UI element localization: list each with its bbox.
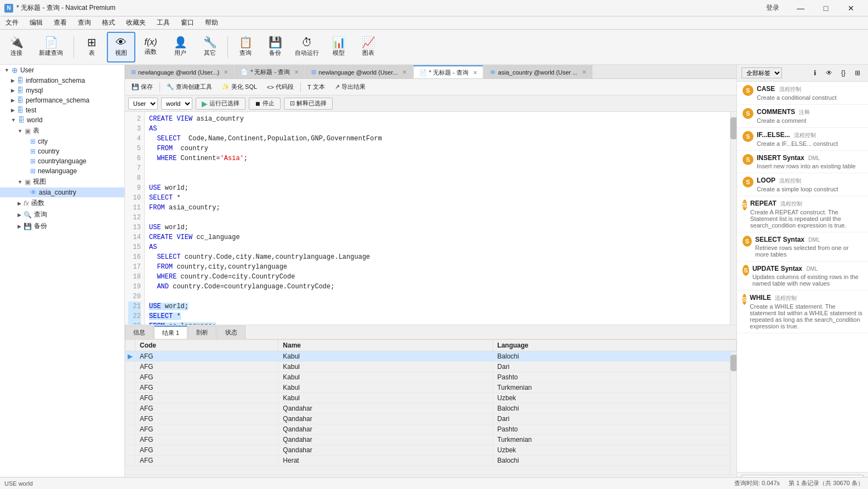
results-tab-result1[interactable]: 结果 1: [154, 326, 187, 339]
table-row[interactable]: AFG Herat Balochi: [125, 456, 736, 466]
schema-select[interactable]: world: [161, 98, 192, 110]
toolbar-user[interactable]: 👤 用户: [166, 32, 195, 62]
close-button[interactable]: ✕: [838, 0, 864, 16]
rp-braces-icon[interactable]: {}: [837, 67, 849, 79]
toolbar-connect[interactable]: 🔌 连接: [2, 32, 31, 62]
toolbar-view[interactable]: 👁 视图: [107, 32, 135, 62]
sidebar-item-countrylanguage[interactable]: ▶ ⊞ countrylanguage: [0, 156, 124, 166]
sidebar-item-performance-schema[interactable]: ▶ 🗄 performance_schema: [0, 95, 124, 105]
tab-newlanguage-2[interactable]: ⊞ newlanguage @world (User... ✕: [305, 65, 412, 78]
sidebar-item-tables-group[interactable]: ▼ ▣ 表: [0, 125, 124, 137]
tab-untitled-active[interactable]: 📄 * 无标题 - 查询 ✕: [413, 65, 483, 78]
table-scrollbar-thumb[interactable]: [730, 355, 736, 371]
text-button[interactable]: T 文本: [303, 81, 329, 94]
toolbar-new-query[interactable]: 📄 新建查询: [32, 32, 70, 62]
query-create-tool-button[interactable]: 🔧 查询创建工具: [162, 81, 216, 94]
tab-close[interactable]: ✕: [224, 69, 228, 75]
stop-button[interactable]: ⏹ 停止: [249, 98, 281, 110]
code-segment-button[interactable]: <> 代码段: [262, 81, 298, 94]
tab-untitled-1[interactable]: 📄 * 无标题 - 查询 ✕: [235, 65, 305, 78]
sidebar-item-country[interactable]: ▶ ⊞ country: [0, 146, 124, 156]
toolbar-backup[interactable]: 💾 备份: [261, 32, 289, 62]
col-language[interactable]: Language: [493, 340, 736, 351]
snippet-ifelse[interactable]: S IF...ELSE... 流程控制 Create a IF...ELSE..…: [737, 128, 868, 151]
table-row[interactable]: ▶ AFG Kabul Balochi: [125, 351, 736, 362]
tab-close[interactable]: ✕: [582, 69, 586, 75]
tab-close[interactable]: ✕: [402, 69, 407, 75]
sidebar-item-asia-country[interactable]: ▶ 👁 asia_country: [0, 187, 124, 197]
run-selected-button[interactable]: ▶ 运行已选择: [196, 98, 245, 110]
toolbar-model[interactable]: 📊 模型: [324, 32, 353, 62]
snippet-comments[interactable]: S COMMENTS 注释 Create a comment: [737, 105, 868, 128]
menu-view[interactable]: 查看: [48, 16, 72, 29]
menu-help[interactable]: 帮助: [199, 16, 224, 29]
scrollbar-thumb[interactable]: [730, 117, 736, 139]
tab-newlanguage-1[interactable]: ⊞ newlanguage @world (User...) ✕: [125, 65, 234, 78]
menu-tools[interactable]: 工具: [151, 16, 175, 29]
menu-edit[interactable]: 编辑: [24, 16, 48, 29]
menu-window[interactable]: 窗口: [175, 16, 199, 29]
snippet-update[interactable]: S UPDATE Syntax DML Updates columns of e…: [737, 261, 868, 291]
sidebar-item-city[interactable]: ▶ ⊞ city: [0, 137, 124, 146]
results-tab-status[interactable]: 状态: [217, 326, 245, 339]
snippet-insert[interactable]: S INSERT Syntax DML Insert new rows into…: [737, 151, 868, 173]
toolbar-autorun[interactable]: ⏱ 自动运行: [290, 32, 323, 62]
sidebar-item-user[interactable]: ▼ ⊕ User: [0, 65, 124, 76]
maximize-button[interactable]: □: [813, 0, 838, 16]
sidebar-item-test[interactable]: ▶ 🗄 test: [0, 105, 124, 115]
sidebar-item-world[interactable]: ▼ 🗄 world: [0, 115, 124, 125]
export-button[interactable]: ↗ 导出结果: [330, 81, 370, 94]
tab-close[interactable]: ✕: [473, 70, 477, 76]
toolbar-chart[interactable]: 📈 图表: [354, 32, 382, 62]
table-row[interactable]: AFG Kabul Dari: [125, 362, 736, 372]
table-row[interactable]: AFG Qandahar Dari: [125, 414, 736, 424]
sidebar-item-views-group[interactable]: ▼ ▣ 视图: [0, 176, 124, 187]
sidebar-item-mysql[interactable]: ▶ 🗄 mysql: [0, 86, 124, 95]
tab-close[interactable]: ✕: [294, 69, 299, 75]
table-row[interactable]: AFG Qandahar Turkmenian: [125, 435, 736, 445]
snippet-filter-select[interactable]: 全部标签: [741, 67, 782, 78]
login-button[interactable]: 登录: [762, 3, 784, 13]
rp-grid-icon[interactable]: ⊞: [852, 67, 864, 79]
menu-favorites[interactable]: 收藏夹: [121, 16, 151, 29]
window-controls[interactable]: — □ ✕: [788, 0, 864, 16]
explain-button[interactable]: ⊡ 解释已选择: [284, 98, 333, 110]
menu-format[interactable]: 格式: [96, 16, 121, 29]
snippet-case[interactable]: S CASE 流程控制 Create a conditional constru…: [737, 82, 868, 105]
snippet-while[interactable]: S WHILE 流程控制 Create a WHILE statement. T…: [737, 291, 868, 333]
snippet-loop[interactable]: S LOOP 流程控制 Create a simple loop constru…: [737, 173, 868, 196]
toolbar-function[interactable]: f(x) 函数: [136, 32, 165, 62]
toolbar-table[interactable]: ⊞ 表: [77, 32, 106, 62]
table-row[interactable]: AFG Qandahar Balochi: [125, 403, 736, 414]
sidebar-item-backups-group[interactable]: ▶ 💾 备份: [0, 220, 124, 232]
toolbar-other[interactable]: 🔧 其它: [196, 32, 224, 62]
snippet-select[interactable]: S SELECT Syntax DML Retrieve rows select…: [737, 232, 868, 261]
menu-query[interactable]: 查询: [72, 16, 96, 29]
table-row[interactable]: AFG Kabul Pashto: [125, 372, 736, 383]
table-row[interactable]: AFG Kabul Turkmenian: [125, 383, 736, 393]
col-name[interactable]: Name: [278, 340, 493, 351]
beautify-button[interactable]: ✨ 美化 SQL: [218, 81, 261, 94]
results-tab-plan[interactable]: 剖析: [188, 326, 216, 339]
table-row[interactable]: AFG Kabul Uzbek: [125, 393, 736, 403]
results-tab-info[interactable]: 信息: [125, 326, 153, 339]
rp-preview-icon[interactable]: 👁: [823, 67, 835, 79]
rp-info-icon[interactable]: ℹ: [809, 67, 821, 79]
table-row[interactable]: AFG Qandahar Pashto: [125, 424, 736, 435]
sidebar-item-functions-group[interactable]: ▶ fx 函数: [0, 197, 124, 209]
col-code[interactable]: Code: [135, 340, 278, 351]
tab-asia-country[interactable]: 👁 asia_country @world (User ... ✕: [484, 65, 592, 78]
save-button[interactable]: 💾 保存: [127, 81, 157, 94]
table-scrollbar[interactable]: [730, 352, 736, 475]
menu-file[interactable]: 文件: [0, 16, 24, 29]
editor-scrollbar[interactable]: [730, 112, 736, 325]
snippet-repeat[interactable]: S REPEAT 流程控制 Create A REPEAT construct.…: [737, 196, 868, 232]
toolbar-query[interactable]: 📋 查询: [231, 32, 260, 62]
code-editor[interactable]: CREATE VIEW asia_country AS SELECT Code,…: [145, 112, 730, 325]
sidebar-item-queries-group[interactable]: ▶ 🔍 查询: [0, 209, 124, 220]
table-row[interactable]: AFG Qandahar Uzbek: [125, 445, 736, 456]
minimize-button[interactable]: —: [788, 0, 813, 16]
sidebar-item-newlanguage[interactable]: ▶ ⊞ newlanguage: [0, 166, 124, 176]
sidebar-item-information-schema[interactable]: ▶ 🗄 information_schema: [0, 76, 124, 86]
db-select[interactable]: User: [128, 98, 158, 110]
